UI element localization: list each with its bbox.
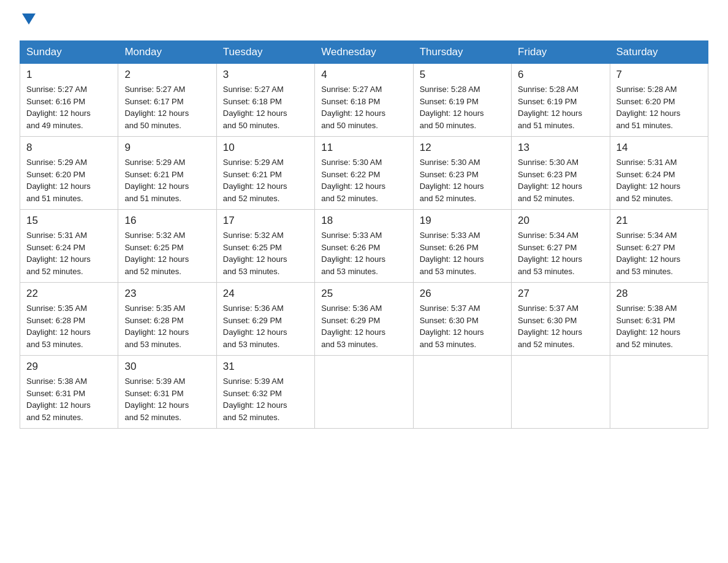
page-header [20, 15, 708, 28]
sunset-label: Sunset: 6:20 PM [616, 97, 675, 106]
day-info: Sunrise: 5:30 AM Sunset: 6:23 PM Dayligh… [420, 156, 505, 204]
daylight-label: Daylight: 12 hours [518, 255, 582, 264]
day-info: Sunrise: 5:29 AM Sunset: 6:21 PM Dayligh… [124, 156, 210, 204]
sunset-label: Sunset: 6:25 PM [223, 243, 282, 252]
calendar-week-row: 29 Sunrise: 5:38 AM Sunset: 6:31 PM Dayl… [20, 356, 708, 429]
day-number: 9 [124, 142, 210, 154]
daylight-label: Daylight: 12 hours [518, 182, 582, 191]
sunrise-label: Sunrise: 5:31 AM [616, 158, 677, 167]
sunrise-label: Sunrise: 5:33 AM [420, 231, 480, 240]
sunrise-label: Sunrise: 5:35 AM [124, 304, 185, 313]
column-header-tuesday: Tuesday [216, 41, 314, 64]
day-number: 22 [26, 288, 112, 300]
sunrise-label: Sunrise: 5:34 AM [616, 231, 677, 240]
daylight-label: Daylight: 12 hours [26, 400, 91, 410]
column-header-monday: Monday [118, 41, 216, 64]
sunrise-label: Sunrise: 5:35 AM [26, 304, 87, 313]
daylight-label: Daylight: 12 hours [420, 255, 484, 264]
sunset-label: Sunset: 6:16 PM [26, 97, 85, 106]
day-number: 6 [518, 69, 603, 81]
calendar-cell [512, 356, 610, 429]
calendar-cell: 13 Sunrise: 5:30 AM Sunset: 6:23 PM Dayl… [512, 137, 610, 210]
calendar-cell: 19 Sunrise: 5:33 AM Sunset: 6:26 PM Dayl… [413, 210, 511, 283]
sunrise-label: Sunrise: 5:32 AM [124, 231, 185, 240]
calendar-cell: 11 Sunrise: 5:30 AM Sunset: 6:22 PM Dayl… [315, 137, 413, 210]
daylight-minutes: and 52 minutes. [420, 194, 477, 203]
sunrise-label: Sunrise: 5:32 AM [223, 231, 284, 240]
daylight-minutes: and 52 minutes. [223, 413, 280, 422]
calendar-cell: 2 Sunrise: 5:27 AM Sunset: 6:17 PM Dayli… [118, 64, 216, 137]
day-info: Sunrise: 5:39 AM Sunset: 6:31 PM Dayligh… [124, 375, 210, 423]
day-info: Sunrise: 5:28 AM Sunset: 6:19 PM Dayligh… [518, 83, 603, 131]
calendar-week-row: 22 Sunrise: 5:35 AM Sunset: 6:28 PM Dayl… [20, 283, 708, 356]
sunset-label: Sunset: 6:19 PM [518, 97, 577, 106]
day-number: 28 [616, 288, 702, 300]
daylight-minutes: and 53 minutes. [420, 267, 477, 276]
sunset-label: Sunset: 6:24 PM [26, 243, 85, 252]
day-info: Sunrise: 5:27 AM Sunset: 6:18 PM Dayligh… [223, 83, 308, 131]
daylight-minutes: and 52 minutes. [518, 194, 575, 203]
daylight-label: Daylight: 12 hours [321, 327, 385, 337]
day-number: 17 [223, 215, 308, 227]
day-number: 24 [223, 288, 308, 300]
day-number: 30 [124, 361, 210, 373]
day-number: 11 [321, 142, 406, 154]
calendar-table: SundayMondayTuesdayWednesdayThursdayFrid… [20, 40, 708, 429]
sunset-label: Sunset: 6:31 PM [26, 389, 85, 398]
sunset-label: Sunset: 6:28 PM [124, 316, 183, 325]
daylight-minutes: and 53 minutes. [26, 340, 83, 349]
sunset-label: Sunset: 6:31 PM [124, 389, 183, 398]
calendar-cell: 3 Sunrise: 5:27 AM Sunset: 6:18 PM Dayli… [216, 64, 314, 137]
day-number: 16 [124, 215, 210, 227]
sunset-label: Sunset: 6:20 PM [26, 170, 85, 179]
daylight-label: Daylight: 12 hours [124, 255, 189, 264]
daylight-label: Daylight: 12 hours [420, 327, 484, 337]
daylight-minutes: and 52 minutes. [616, 340, 673, 349]
calendar-cell [413, 356, 511, 429]
daylight-label: Daylight: 12 hours [124, 182, 189, 191]
sunset-label: Sunset: 6:26 PM [321, 243, 380, 252]
sunset-label: Sunset: 6:28 PM [26, 316, 85, 325]
daylight-label: Daylight: 12 hours [223, 109, 287, 118]
calendar-cell: 31 Sunrise: 5:39 AM Sunset: 6:32 PM Dayl… [216, 356, 314, 429]
column-header-sunday: Sunday [20, 41, 118, 64]
daylight-label: Daylight: 12 hours [26, 109, 91, 118]
sunset-label: Sunset: 6:21 PM [223, 170, 282, 179]
daylight-minutes: and 52 minutes. [518, 340, 575, 349]
sunrise-label: Sunrise: 5:36 AM [321, 304, 382, 313]
day-info: Sunrise: 5:30 AM Sunset: 6:22 PM Dayligh… [321, 156, 406, 204]
sunset-label: Sunset: 6:32 PM [223, 389, 282, 398]
column-header-thursday: Thursday [413, 41, 511, 64]
calendar-cell: 10 Sunrise: 5:29 AM Sunset: 6:21 PM Dayl… [216, 137, 314, 210]
column-header-wednesday: Wednesday [315, 41, 413, 64]
daylight-minutes: and 53 minutes. [124, 340, 181, 349]
sunset-label: Sunset: 6:30 PM [518, 316, 577, 325]
day-info: Sunrise: 5:28 AM Sunset: 6:19 PM Dayligh… [420, 83, 505, 131]
calendar-cell: 9 Sunrise: 5:29 AM Sunset: 6:21 PM Dayli… [118, 137, 216, 210]
day-number: 18 [321, 215, 406, 227]
sunrise-label: Sunrise: 5:37 AM [420, 304, 480, 313]
daylight-label: Daylight: 12 hours [124, 400, 189, 410]
daylight-label: Daylight: 12 hours [321, 182, 385, 191]
logo [20, 15, 36, 28]
day-number: 14 [616, 142, 702, 154]
day-info: Sunrise: 5:34 AM Sunset: 6:27 PM Dayligh… [518, 229, 603, 277]
calendar-cell: 26 Sunrise: 5:37 AM Sunset: 6:30 PM Dayl… [413, 283, 511, 356]
day-info: Sunrise: 5:29 AM Sunset: 6:21 PM Dayligh… [223, 156, 308, 204]
calendar-cell: 16 Sunrise: 5:32 AM Sunset: 6:25 PM Dayl… [118, 210, 216, 283]
sunset-label: Sunset: 6:24 PM [616, 170, 675, 179]
day-info: Sunrise: 5:39 AM Sunset: 6:32 PM Dayligh… [223, 375, 308, 423]
calendar-week-row: 1 Sunrise: 5:27 AM Sunset: 6:16 PM Dayli… [20, 64, 708, 137]
sunrise-label: Sunrise: 5:30 AM [518, 158, 578, 167]
daylight-minutes: and 53 minutes. [321, 267, 378, 276]
calendar-cell: 22 Sunrise: 5:35 AM Sunset: 6:28 PM Dayl… [20, 283, 118, 356]
daylight-minutes: and 49 minutes. [26, 121, 83, 130]
calendar-week-row: 8 Sunrise: 5:29 AM Sunset: 6:20 PM Dayli… [20, 137, 708, 210]
day-info: Sunrise: 5:33 AM Sunset: 6:26 PM Dayligh… [321, 229, 406, 277]
sunset-label: Sunset: 6:21 PM [124, 170, 183, 179]
daylight-minutes: and 52 minutes. [26, 413, 83, 422]
day-number: 13 [518, 142, 603, 154]
daylight-minutes: and 51 minutes. [518, 121, 575, 130]
calendar-cell: 28 Sunrise: 5:38 AM Sunset: 6:31 PM Dayl… [610, 283, 708, 356]
sunset-label: Sunset: 6:18 PM [223, 97, 282, 106]
